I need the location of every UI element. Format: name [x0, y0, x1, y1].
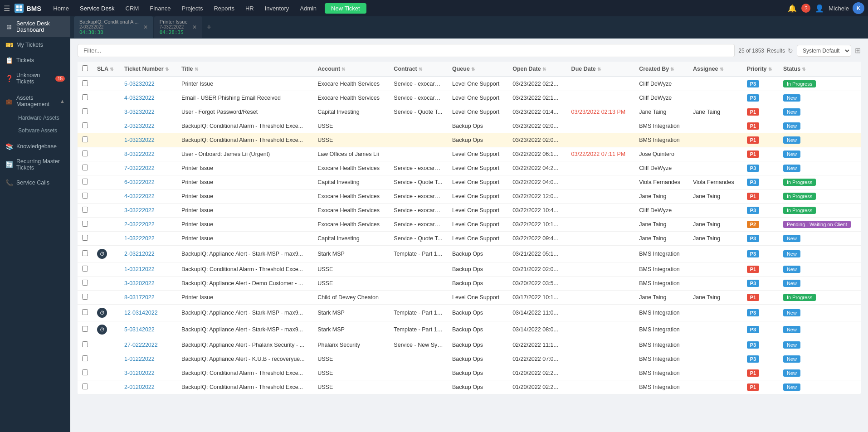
row-checkbox[interactable] [82, 383, 88, 389]
ticket-number-link[interactable]: 8-03172022 [124, 294, 155, 301]
nav-home[interactable]: Home [49, 3, 73, 14]
col-priority[interactable]: Priority⇅ [742, 62, 779, 77]
row-checkbox[interactable] [82, 136, 88, 142]
row-checkbox[interactable] [82, 266, 88, 272]
sidebar-item-dashboard[interactable]: ⊞ Service Desk Dashboard [0, 16, 70, 37]
col-status[interactable]: Status⇅ [779, 62, 861, 77]
nav-crm[interactable]: CRM [121, 3, 144, 14]
sidebar-item-hardware-assets[interactable]: Hardware Assets [13, 112, 70, 124]
ticket-number-link[interactable]: 1-03232022 [124, 137, 155, 143]
row-checkbox[interactable] [82, 207, 88, 213]
view-select[interactable]: System Default [797, 45, 851, 57]
ticket-number-link[interactable]: 5-03232022 [124, 81, 155, 87]
ticket-number-link[interactable]: 1-03222022 [124, 235, 155, 242]
ticket-number-link[interactable]: 7-03222022 [124, 165, 155, 171]
ticket-number-link[interactable]: 3-03202022 [124, 280, 155, 286]
row-checkbox[interactable] [82, 326, 88, 332]
ticket-number-link[interactable]: 27-02222022 [124, 342, 158, 348]
row-checkbox[interactable] [82, 355, 88, 361]
sidebar-item-assets-management[interactable]: 💼 Assets Management ▲ [0, 91, 70, 112]
nav-projects[interactable]: Projects [177, 3, 207, 14]
col-queue[interactable]: Queue⇅ [448, 62, 508, 77]
status-cell: New [779, 147, 861, 161]
nav-hr[interactable]: HR [241, 3, 258, 14]
ticket-number-link[interactable]: 4-03222022 [124, 193, 155, 199]
add-tab-button[interactable]: + [203, 23, 215, 32]
ticket-number-link[interactable]: 3-01202022 [124, 370, 155, 376]
row-checkbox[interactable] [82, 309, 88, 315]
tab2-close-button[interactable]: ✕ [192, 24, 197, 30]
sidebar-item-tickets[interactable]: 📋 Tickets [0, 53, 70, 68]
row-checkbox[interactable] [82, 369, 88, 375]
ticket-number-link[interactable]: 1-01222022 [124, 356, 155, 362]
ticket-number-link[interactable]: 2-01202022 [124, 384, 155, 390]
select-all-checkbox[interactable] [82, 65, 88, 71]
row-checkbox[interactable] [82, 165, 88, 170]
row-checkbox[interactable] [82, 150, 88, 156]
row-checkbox[interactable] [82, 80, 88, 86]
nav-admin[interactable]: Admin [295, 3, 321, 14]
row-checkbox[interactable] [82, 250, 88, 256]
col-account[interactable]: Account⇅ [313, 62, 389, 77]
nav-service-desk[interactable]: Service Desk [75, 3, 119, 14]
col-open-date[interactable]: Open Date⇅ [508, 62, 566, 77]
ticket-number-link[interactable]: 5-03142022 [124, 326, 155, 333]
nav-finance[interactable]: Finance [145, 3, 175, 14]
filter-input[interactable] [78, 44, 735, 57]
ticket-number-link[interactable]: 2-03232022 [124, 123, 155, 129]
col-contract[interactable]: Contract⇅ [389, 62, 448, 77]
col-created-by[interactable]: Created By⇅ [634, 62, 688, 77]
sidebar-item-service-calls[interactable]: 📞 Service Calls [0, 175, 70, 190]
tab-1[interactable]: BackupIQ: Conditional Al... 2-03232022 0… [74, 16, 153, 38]
ticket-number-link[interactable]: 2-03212022 [124, 251, 155, 257]
sidebar-item-unknown-tickets[interactable]: ❓ Unknown Tickets 15 [0, 68, 70, 89]
status-badge: New [783, 250, 800, 257]
help-icon[interactable]: ? [801, 4, 810, 13]
col-due-date[interactable]: Due Date⇅ [567, 62, 635, 77]
notifications-icon[interactable]: 🔔 [787, 3, 798, 14]
row-checkbox[interactable] [82, 235, 88, 241]
sidebar-item-knowledgebase[interactable]: 📚 Knowledgebase [0, 139, 70, 154]
ticket-number-link[interactable]: 8-03222022 [124, 151, 155, 157]
user-menu-icon[interactable]: 👤 [814, 3, 825, 14]
ticket-number-link[interactable]: 2-03222022 [124, 221, 155, 228]
ticket-number-link[interactable]: 12-03142022 [124, 310, 158, 316]
col-title[interactable]: Title⇅ [177, 62, 313, 77]
status-cell: New [779, 161, 861, 175]
sidebar-item-recurring-master[interactable]: 🔄 Recurring Master Tickets [0, 154, 70, 175]
row-checkbox[interactable] [82, 179, 88, 184]
new-ticket-button[interactable]: New Ticket [325, 3, 366, 14]
user-avatar[interactable]: K [853, 2, 864, 14]
nav-inventory[interactable]: Inventory [260, 3, 293, 14]
row-checkbox[interactable] [82, 294, 88, 300]
row-checkbox[interactable] [82, 280, 88, 286]
status-badge: New [783, 122, 800, 130]
ticket-number-link[interactable]: 6-03222022 [124, 179, 155, 185]
row-checkbox[interactable] [82, 122, 88, 128]
refresh-button[interactable]: ↻ [788, 47, 793, 54]
ticket-number-link[interactable]: 3-03222022 [124, 207, 155, 214]
col-assignee[interactable]: Assignee⇅ [688, 62, 742, 77]
queue-cell: Backup Ops [448, 119, 508, 133]
row-checkbox[interactable] [82, 193, 88, 199]
row-checkbox[interactable] [82, 341, 88, 347]
row-checkbox[interactable] [82, 221, 88, 227]
select-all-header[interactable] [78, 62, 93, 77]
tab1-close-button[interactable]: ✕ [143, 24, 148, 30]
priority-cell: P1 [742, 291, 779, 305]
col-ticket-number[interactable]: Ticket Number⇅ [120, 62, 177, 77]
ticket-number-link[interactable]: 3-03232022 [124, 109, 155, 115]
nav-reports[interactable]: Reports [209, 3, 239, 14]
title-cell: User - Forgot Password/Reset [177, 105, 313, 119]
col-sla[interactable]: SLA⇅ [93, 62, 120, 77]
ticket-number-link[interactable]: 1-03212022 [124, 266, 155, 272]
row-checkbox[interactable] [82, 94, 88, 100]
hamburger-icon[interactable]: ☰ [4, 4, 10, 13]
row-checkbox[interactable] [82, 108, 88, 114]
ticket-number-link[interactable]: 4-03232022 [124, 95, 155, 101]
tab-2[interactable]: Printer Issue 7-03222022 04:28:35 ✕ [154, 16, 202, 38]
grid-toggle-button[interactable]: ⊞ [855, 46, 861, 55]
sidebar-item-my-tickets[interactable]: 🎫 My Tickets [0, 37, 70, 53]
status-cell: New [779, 338, 861, 352]
sidebar-item-software-assets[interactable]: Software Assets [13, 124, 70, 137]
